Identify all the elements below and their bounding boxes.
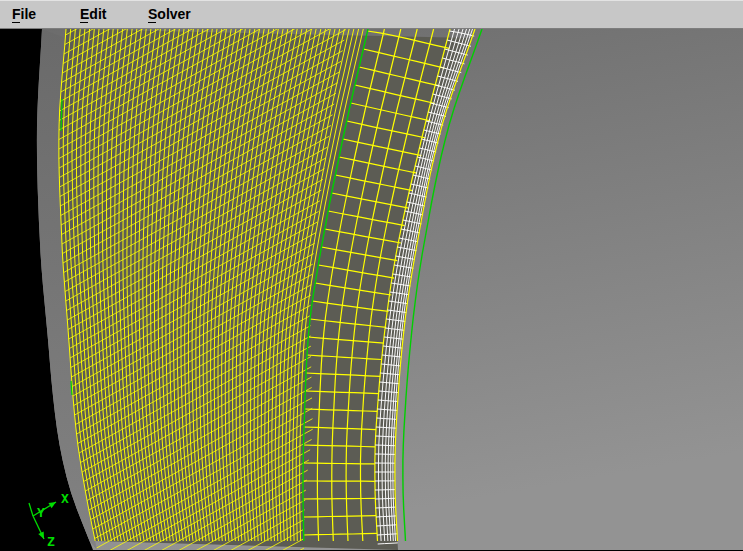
- viewport: X Y Z: [0, 29, 743, 550]
- menu-file[interactable]: File: [12, 1, 80, 28]
- axis-label-z: Z: [47, 534, 55, 549]
- viewport-3d-canvas[interactable]: X Y Z: [0, 29, 743, 550]
- menu-edit[interactable]: Edit: [80, 1, 148, 28]
- axis-label-x: X: [61, 491, 69, 506]
- menu-bar: File Edit Solver: [0, 0, 743, 29]
- menu-solver[interactable]: Solver: [148, 1, 216, 28]
